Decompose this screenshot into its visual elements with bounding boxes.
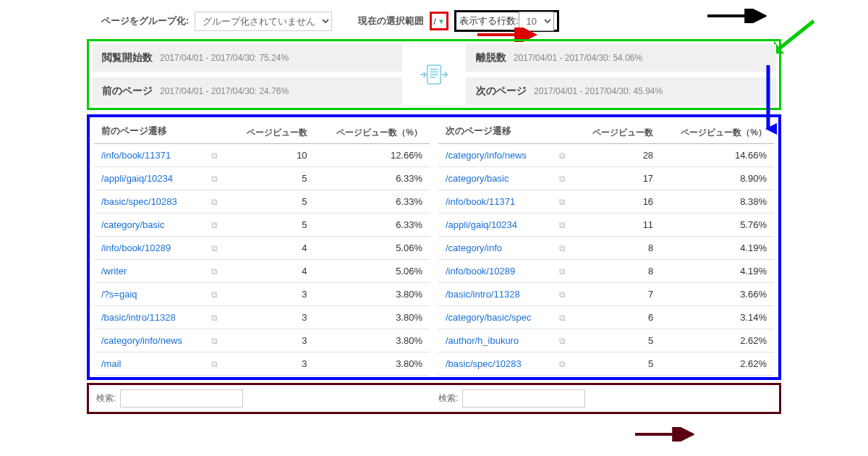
tables-panel: 前のページ遷移 ページビュー数 ページビュー数（%） /info/book/11… xyxy=(87,114,781,380)
path-cell[interactable]: /category/basic xyxy=(94,214,204,237)
path-cell[interactable]: /basic/intro/11328 xyxy=(94,306,204,329)
path-cell[interactable]: /info/book/11371 xyxy=(94,144,204,167)
table-row: /basic/intro/11328⧉33.80% xyxy=(94,306,430,329)
col-pv[interactable]: ページビュー数 xyxy=(575,119,660,144)
external-link-icon[interactable]: ⧉ xyxy=(552,352,576,376)
annotation-arrow-black xyxy=(702,9,767,23)
external-link-icon[interactable]: ⧉ xyxy=(204,329,228,352)
path-cell[interactable]: /basic/intro/11328 xyxy=(438,283,552,306)
pv-cell: 5 xyxy=(575,329,660,352)
path-cell[interactable]: /info/book/10289 xyxy=(438,260,552,283)
path-cell[interactable]: /category/info xyxy=(438,237,552,260)
range-selector[interactable]: / ▼ xyxy=(430,12,448,30)
external-link-icon[interactable]: ⧉ xyxy=(552,167,576,190)
pct-cell: 4.19% xyxy=(660,237,774,260)
external-link-icon[interactable]: ⧉ xyxy=(204,260,228,283)
pct-cell: 3.80% xyxy=(315,329,430,352)
pct-cell: 12.66% xyxy=(315,144,430,167)
path-cell[interactable]: /category/basic/spec xyxy=(438,306,552,329)
table-row: /category/info⧉84.19% xyxy=(438,237,774,260)
external-link-icon[interactable]: ⧉ xyxy=(204,283,228,306)
pct-cell: 6.33% xyxy=(315,190,430,214)
summary-exits[interactable]: 離脱数 2017/04/01 - 2017/04/30: 54.06% xyxy=(466,44,776,72)
col-path[interactable]: 次のページ遷移 xyxy=(438,119,552,144)
table-row: /info/book/11371⧉1012.66% xyxy=(94,144,430,167)
table-row: /category/basic/spec⧉63.14% xyxy=(438,306,774,329)
external-link-icon[interactable]: ⧉ xyxy=(552,237,576,260)
path-cell[interactable]: /basic/spec/10283 xyxy=(94,190,204,214)
path-cell[interactable]: /writer xyxy=(94,260,204,283)
search-label-right: 検索: xyxy=(438,392,458,405)
pct-cell: 14.66% xyxy=(660,144,774,167)
pv-cell: 3 xyxy=(228,283,315,306)
external-link-icon[interactable]: ⧉ xyxy=(204,306,228,329)
group-label: ページをグループ化: xyxy=(101,14,189,28)
summary-next-page[interactable]: 次のページ 2017/04/01 - 2017/04/30: 45.94% xyxy=(466,77,776,105)
external-link-icon[interactable]: ⧉ xyxy=(552,329,576,352)
pv-cell: 10 xyxy=(228,144,315,167)
external-link-icon[interactable]: ⧉ xyxy=(204,214,228,237)
path-cell[interactable]: /category/info/news xyxy=(94,329,204,352)
col-path[interactable]: 前のページ遷移 xyxy=(94,119,204,144)
path-cell[interactable]: /author/h_ibukuro xyxy=(438,329,552,352)
svg-line-2 xyxy=(778,21,814,50)
path-cell[interactable]: /category/info/news xyxy=(438,144,552,167)
pv-cell: 7 xyxy=(575,283,660,306)
path-cell[interactable]: /?s=gaiq xyxy=(94,283,204,306)
path-cell[interactable]: /appli/gaiq/10234 xyxy=(438,214,552,237)
external-link-icon[interactable]: ⧉ xyxy=(204,167,228,190)
table-row: /writer⧉45.06% xyxy=(94,260,430,283)
pv-cell: 28 xyxy=(575,144,660,167)
table-row: /appli/gaiq/10234⧉56.33% xyxy=(94,167,430,190)
range-label: 現在の選択範囲 xyxy=(358,14,424,28)
external-link-icon[interactable]: ⧉ xyxy=(204,237,228,260)
path-cell[interactable]: /appli/gaiq/10234 xyxy=(94,167,204,190)
path-cell[interactable]: /mail xyxy=(94,352,204,376)
pv-cell: 11 xyxy=(575,214,660,237)
pct-cell: 4.19% xyxy=(660,260,774,283)
external-link-icon[interactable]: ⧉ xyxy=(552,190,576,214)
summary-entrances[interactable]: 閲覧開始数 2017/04/01 - 2017/04/30: 75.24% xyxy=(92,44,402,72)
table-row: /mail⧉33.80% xyxy=(94,352,430,376)
pct-cell: 5.76% xyxy=(660,214,774,237)
rows-select[interactable]: 10 xyxy=(519,12,554,31)
external-link-icon[interactable]: ⧉ xyxy=(204,190,228,214)
pv-cell: 4 xyxy=(228,260,315,283)
pv-cell: 3 xyxy=(228,306,315,329)
pv-cell: 4 xyxy=(228,237,315,260)
path-cell[interactable]: /info/book/10289 xyxy=(94,237,204,260)
pct-cell: 5.06% xyxy=(315,260,430,283)
external-link-icon[interactable]: ⧉ xyxy=(204,144,228,167)
pv-cell: 6 xyxy=(575,306,660,329)
external-link-icon[interactable]: ⧉ xyxy=(552,144,576,167)
external-link-icon[interactable]: ⧉ xyxy=(552,214,576,237)
search-input-right[interactable] xyxy=(462,389,585,408)
group-select[interactable]: グループ化されていません xyxy=(195,12,332,31)
next-page-table: 次のページ遷移 ページビュー数 ページビュー数（%） /category/inf… xyxy=(438,119,774,376)
search-input-left[interactable] xyxy=(120,389,243,408)
external-link-icon[interactable]: ⧉ xyxy=(552,306,576,329)
pct-cell: 6.33% xyxy=(315,167,430,190)
table-row: /category/info/news⧉2814.66% xyxy=(438,144,774,167)
external-link-icon[interactable]: ⧉ xyxy=(552,283,576,306)
col-pv[interactable]: ページビュー数 xyxy=(228,119,315,144)
table-row: /category/basic⧉178.90% xyxy=(438,167,774,190)
annotation-arrow-maroon xyxy=(629,427,694,442)
pct-cell: 3.80% xyxy=(315,352,430,376)
pv-cell: 3 xyxy=(228,352,315,376)
path-cell[interactable]: /basic/spec/10283 xyxy=(438,352,552,376)
table-row: /basic/spec/10283⧉52.62% xyxy=(438,352,774,376)
pv-cell: 5 xyxy=(228,214,315,237)
external-link-icon[interactable]: ⧉ xyxy=(204,352,228,376)
external-link-icon[interactable]: ⧉ xyxy=(552,260,576,283)
rows-box: 表示する行数: 10 xyxy=(454,10,559,32)
col-pct[interactable]: ページビュー数（%） xyxy=(315,119,430,144)
col-pct[interactable]: ページビュー数（%） xyxy=(660,119,774,144)
table-row: /basic/spec/10283⧉56.33% xyxy=(94,190,430,214)
pv-cell: 8 xyxy=(575,260,660,283)
summary-prev-page[interactable]: 前のページ 2017/04/01 - 2017/04/30: 24.76% xyxy=(92,77,402,105)
path-cell[interactable]: /info/book/11371 xyxy=(438,190,552,214)
table-row: /author/h_ibukuro⧉52.62% xyxy=(438,329,774,352)
pv-cell: 5 xyxy=(575,352,660,376)
path-cell[interactable]: /category/basic xyxy=(438,167,552,190)
